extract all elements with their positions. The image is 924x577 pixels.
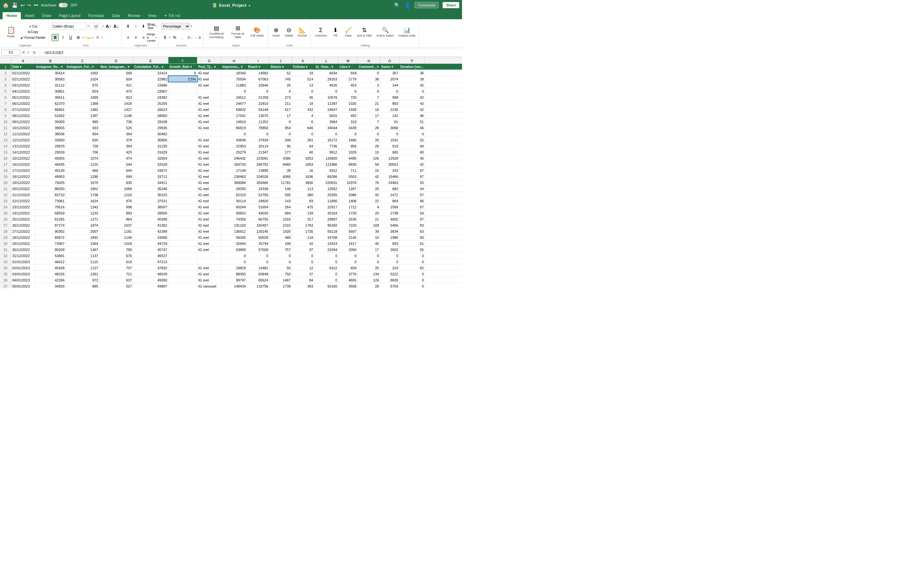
- cell-D21[interactable]: 1069: [99, 185, 133, 191]
- font-increase-button[interactable]: A↑: [105, 23, 112, 30]
- cell-L7[interactable]: 11387: [314, 100, 338, 106]
- cell-K37[interactable]: 393: [292, 283, 314, 288]
- cell-O37[interactable]: 5703: [380, 283, 399, 288]
- cell-I24[interactable]: 51654: [247, 204, 270, 210]
- cell-I20[interactable]: 359466: [247, 179, 270, 185]
- cell-G30[interactable]: IG reel: [197, 240, 221, 246]
- cell-F29[interactable]: [168, 234, 197, 240]
- cell-C36[interactable]: 972: [66, 277, 99, 283]
- cell-J5[interactable]: 0: [270, 88, 292, 94]
- cell-F24[interactable]: [168, 204, 197, 210]
- col-header-F[interactable]: F: [168, 57, 197, 63]
- cell-C29[interactable]: 1842: [66, 234, 99, 240]
- cell-E17[interactable]: 32528: [133, 161, 168, 167]
- cell-M30[interactable]: 1617: [338, 240, 358, 246]
- cell-E7[interactable]: 25205: [133, 100, 168, 106]
- find-select-button[interactable]: 🔍 Find & Select: [375, 26, 396, 38]
- cell-M12[interactable]: 0: [338, 131, 358, 137]
- row-4-num[interactable]: 4: [0, 82, 11, 88]
- font-name-input[interactable]: [52, 23, 87, 30]
- cell-H1[interactable]: Impressio... ▾: [221, 64, 247, 69]
- cell-L16[interactable]: 120820: [314, 155, 338, 161]
- cell-M17[interactable]: 6835: [338, 161, 358, 167]
- col-header-A[interactable]: A: [11, 57, 35, 63]
- font-dropdown-icon[interactable]: ▾: [87, 25, 89, 27]
- cell-E8[interactable]: 26623: [133, 106, 168, 112]
- row-10-num[interactable]: 10: [0, 119, 11, 124]
- cell-L2[interactable]: 6634: [314, 70, 338, 76]
- cell-B33[interactable]: 46612: [35, 259, 66, 264]
- cell-L20[interactable]: 220631: [314, 179, 338, 185]
- cell-D33[interactable]: 619: [99, 259, 133, 264]
- cell-O29[interactable]: 1980: [380, 234, 399, 240]
- row-6-num[interactable]: 6: [0, 94, 11, 100]
- cell-L3[interactable]: 29253: [314, 76, 338, 82]
- cell-E26[interactable]: 40398: [133, 216, 168, 222]
- cell-K20[interactable]: 3830: [292, 179, 314, 185]
- cell-F23[interactable]: [168, 198, 197, 203]
- cell-B24[interactable]: 79516: [35, 204, 66, 210]
- cell-E13[interactable]: 30856: [133, 137, 168, 143]
- cell-P7[interactable]: 42: [399, 100, 425, 106]
- cell-H5[interactable]: 0: [221, 88, 247, 94]
- cell-C32[interactable]: 1137: [66, 253, 99, 258]
- cell-K22[interactable]: 380: [292, 192, 314, 197]
- cell-B10[interactable]: 39309: [35, 119, 66, 124]
- paste-button[interactable]: 📋 Paste: [3, 25, 19, 39]
- cell-G8[interactable]: IG reel: [197, 106, 221, 112]
- cell-J16[interactable]: 4385: [270, 155, 292, 161]
- cell-J7[interactable]: 211: [270, 100, 292, 106]
- cell-C30[interactable]: 1564: [66, 240, 99, 246]
- cell-L17[interactable]: 111966: [314, 161, 338, 167]
- cell-K25[interactable]: 139: [292, 210, 314, 216]
- cell-N9[interactable]: 17: [358, 113, 380, 118]
- cell-H22[interactable]: 62319: [221, 192, 247, 197]
- cell-E9[interactable]: 28050: [133, 113, 168, 118]
- cell-N14[interactable]: 29: [358, 143, 380, 149]
- cell-M3[interactable]: 2779: [338, 76, 358, 82]
- cell-J29[interactable]: 480: [270, 234, 292, 240]
- analyse-data-button[interactable]: 📊 Analyse Data: [397, 26, 417, 38]
- cell-H29[interactable]: 58345: [221, 234, 247, 240]
- cell-G29[interactable]: IG reel: [197, 234, 221, 240]
- cell-K7[interactable]: 19: [292, 100, 314, 106]
- cell-O13[interactable]: 1531: [380, 137, 399, 143]
- more-icon[interactable]: •••: [34, 3, 39, 8]
- cell-L29[interactable]: 24708: [314, 234, 338, 240]
- cell-P11[interactable]: 46: [399, 125, 425, 131]
- cell-I18[interactable]: 13895: [247, 167, 270, 173]
- tab-draw[interactable]: Draw: [38, 12, 55, 19]
- wrap-text-button[interactable]: Wrap Text: [148, 23, 155, 30]
- cell-C7[interactable]: 1399: [66, 100, 99, 106]
- cell-O2[interactable]: 357: [380, 70, 399, 76]
- cell-A37[interactable]: 05/01/2023: [11, 283, 35, 288]
- cell-M4[interactable]: 453: [338, 82, 358, 88]
- cell-P31[interactable]: 55: [399, 247, 425, 252]
- cell-K23[interactable]: 83: [292, 198, 314, 203]
- cell-J20[interactable]: 11781: [270, 179, 292, 185]
- cell-D16[interactable]: 474: [99, 155, 133, 161]
- cell-P22[interactable]: 57: [399, 192, 425, 197]
- tab-data[interactable]: Data: [108, 12, 124, 19]
- align-center-button[interactable]: ≡: [132, 34, 139, 41]
- cell-N4[interactable]: 3: [358, 82, 380, 88]
- cell-N6[interactable]: 7: [358, 94, 380, 100]
- cell-reference-box[interactable]: [1, 50, 21, 55]
- row-13-num[interactable]: 13: [0, 137, 11, 143]
- cell-B32[interactable]: 53681: [35, 253, 66, 258]
- cell-H27[interactable]: 191103: [221, 222, 247, 228]
- cell-F34[interactable]: [168, 265, 197, 271]
- cell-M21[interactable]: 1267: [338, 185, 358, 191]
- cell-N11[interactable]: 28: [358, 125, 380, 131]
- cell-H34[interactable]: 18829: [221, 265, 247, 271]
- cell-M32[interactable]: 0: [338, 253, 358, 258]
- cell-C10[interactable]: 985: [66, 119, 99, 124]
- cell-L35[interactable]: 0: [314, 271, 338, 277]
- cell-O28[interactable]: 3834: [380, 228, 399, 234]
- cell-O4[interactable]: 144: [380, 82, 399, 88]
- cell-N3[interactable]: 38: [358, 76, 380, 82]
- cell-N30[interactable]: 45: [358, 240, 380, 246]
- cell-G24[interactable]: IG reel: [197, 204, 221, 210]
- cell-M23[interactable]: 1408: [338, 198, 358, 203]
- cell-K13[interactable]: 281: [292, 137, 314, 143]
